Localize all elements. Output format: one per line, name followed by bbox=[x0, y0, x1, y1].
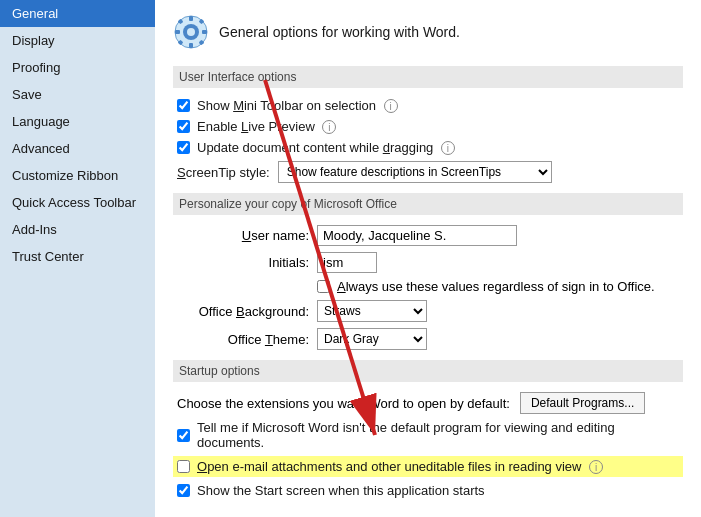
screentip-row: ScreenTip style: Show feature descriptio… bbox=[173, 161, 683, 183]
initials-input[interactable] bbox=[317, 252, 377, 273]
initials-label: Initials: bbox=[177, 255, 317, 270]
tell-me-checkbox[interactable] bbox=[177, 429, 190, 442]
svg-point-2 bbox=[187, 28, 195, 36]
main-content: General options for working with Word. U… bbox=[155, 0, 701, 517]
open-email-checkbox[interactable] bbox=[177, 460, 190, 473]
always-use-row: Always use these values regardless of si… bbox=[177, 279, 683, 294]
svg-rect-5 bbox=[175, 30, 180, 34]
username-label: User name: bbox=[177, 228, 317, 243]
sidebar-item-display[interactable]: Display bbox=[0, 27, 155, 54]
always-use-checkbox[interactable] bbox=[317, 280, 330, 293]
start-screen-checkbox[interactable] bbox=[177, 484, 190, 497]
sidebar-item-general[interactable]: General bbox=[0, 0, 155, 27]
sidebar-item-quick-access-toolbar[interactable]: Quick Access Toolbar bbox=[0, 189, 155, 216]
sidebar-item-add-ins[interactable]: Add-Ins bbox=[0, 216, 155, 243]
page-title: General options for working with Word. bbox=[219, 24, 460, 40]
sidebar-item-save[interactable]: Save bbox=[0, 81, 155, 108]
svg-rect-3 bbox=[189, 16, 193, 21]
extensions-row: Choose the extensions you want Word to o… bbox=[173, 392, 683, 414]
tell-me-label: Tell me if Microsoft Word isn't the defa… bbox=[197, 420, 683, 450]
open-email-row: Open e-mail attachments and other unedit… bbox=[173, 456, 683, 477]
section-user-interface: User Interface options bbox=[173, 66, 683, 88]
section-personalize: Personalize your copy of Microsoft Offic… bbox=[173, 193, 683, 215]
sidebar-item-proofing[interactable]: Proofing bbox=[0, 54, 155, 81]
update-doc-checkbox[interactable] bbox=[177, 141, 190, 154]
start-screen-label: Show the Start screen when this applicat… bbox=[197, 483, 485, 498]
tell-me-row: Tell me if Microsoft Word isn't the defa… bbox=[173, 420, 683, 450]
gear-icon bbox=[173, 14, 209, 50]
info-icon-open-email: i bbox=[589, 460, 603, 474]
theme-label: Office Theme: bbox=[177, 332, 317, 347]
background-label: Office Background: bbox=[177, 304, 317, 319]
sidebar-item-trust-center[interactable]: Trust Center bbox=[0, 243, 155, 270]
option-live-preview: Enable Live Preview i bbox=[173, 119, 683, 134]
always-use-label: Always use these values regardless of si… bbox=[337, 279, 655, 294]
sidebar-item-customize-ribbon[interactable]: Customize Ribbon bbox=[0, 162, 155, 189]
background-select[interactable]: Straws No Background Circles and Stripes… bbox=[317, 300, 427, 322]
live-preview-checkbox[interactable] bbox=[177, 120, 190, 133]
username-input[interactable] bbox=[317, 225, 517, 246]
sidebar-item-advanced[interactable]: Advanced bbox=[0, 135, 155, 162]
extensions-text: Choose the extensions you want Word to o… bbox=[177, 396, 510, 411]
mini-toolbar-checkbox[interactable] bbox=[177, 99, 190, 112]
screentip-select[interactable]: Show feature descriptions in ScreenTips … bbox=[278, 161, 552, 183]
personalize-fields: User name: Initials: Always use these va… bbox=[173, 225, 683, 350]
option-update-doc: Update document content while dragging i bbox=[173, 140, 683, 155]
start-screen-row: Show the Start screen when this applicat… bbox=[173, 483, 683, 498]
sidebar-item-language[interactable]: Language bbox=[0, 108, 155, 135]
theme-select[interactable]: Dark Gray White Light Gray Colorful bbox=[317, 328, 427, 350]
initials-row: Initials: bbox=[177, 252, 683, 273]
screentip-label: ScreenTip style: bbox=[177, 165, 270, 180]
sidebar: GeneralDisplayProofingSaveLanguageAdvanc… bbox=[0, 0, 155, 517]
svg-rect-4 bbox=[189, 43, 193, 48]
info-icon-live-preview: i bbox=[322, 120, 336, 134]
info-icon-update-doc: i bbox=[441, 141, 455, 155]
main-header: General options for working with Word. bbox=[173, 14, 683, 50]
section-startup: Startup options bbox=[173, 360, 683, 382]
default-programs-button[interactable]: Default Programs... bbox=[520, 392, 645, 414]
svg-rect-6 bbox=[202, 30, 207, 34]
option-mini-toolbar: Show Mini Toolbar on selection i bbox=[173, 98, 683, 113]
theme-row: Office Theme: Dark Gray White Light Gray… bbox=[177, 328, 683, 350]
username-row: User name: bbox=[177, 225, 683, 246]
background-row: Office Background: Straws No Background … bbox=[177, 300, 683, 322]
info-icon-mini-toolbar: i bbox=[384, 99, 398, 113]
